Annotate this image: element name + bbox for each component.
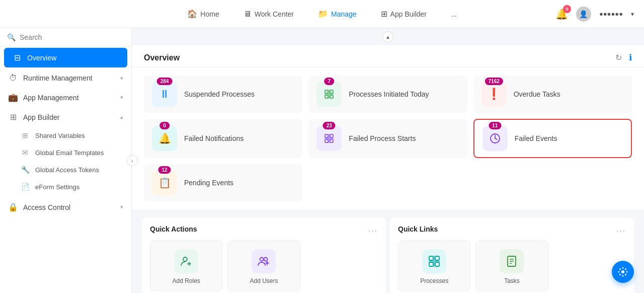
home-icon: 🏠 <box>187 9 197 19</box>
user-name: ●●●●●● <box>599 10 623 18</box>
addroles-icon <box>174 249 198 273</box>
addusers-label: Add Users <box>250 277 278 284</box>
suspended-icon: ⏸ <box>159 88 170 101</box>
sidebar-runtime-label: Runtime Management <box>23 74 115 82</box>
sidebar-item-runtime[interactable]: ⏱ Runtime Management ▾ <box>0 68 131 88</box>
svg-rect-19 <box>435 256 439 260</box>
search-input[interactable] <box>20 33 124 41</box>
overview-actions: ↻ ℹ <box>615 52 632 63</box>
top-nav: 🏠 Home 🖥 Work Center 📁 Manage ⊞ App Buil… <box>0 0 644 28</box>
nav-links: 🏠 Home 🖥 Work Center 📁 Manage ⊞ App Buil… <box>183 7 460 21</box>
quick-actions-more[interactable]: ... <box>368 225 378 234</box>
quick-actions-panel: Quick Actions ... Add Roles <box>142 217 386 293</box>
sidebar-appmanagement-label: App Management <box>23 94 115 102</box>
quick-links-header: Quick Links ... <box>398 225 626 234</box>
overview-title: Overview <box>144 53 180 62</box>
sidebar-accesscontrol-label: Access Control <box>23 203 115 211</box>
overdue-label: Overdue Tasks <box>514 90 560 98</box>
initiated-label: Processes Initiated Today <box>349 90 429 98</box>
failednotif-icon-wrap: 0 🔔 <box>152 126 177 151</box>
nav-home-label: Home <box>200 10 219 18</box>
nav-workcenter[interactable]: 🖥 Work Center <box>239 8 298 21</box>
failedstarts-svg-icon <box>324 133 335 144</box>
collapse-up-button[interactable]: ▲ <box>382 31 393 42</box>
svg-point-28 <box>621 270 624 273</box>
sidebar-sub-globalemails[interactable]: ✉ Global Email Templates <box>0 144 131 161</box>
svg-point-32 <box>626 271 628 273</box>
card-overdue[interactable]: 7162 ❗ Overdue Tasks <box>473 76 632 113</box>
failedevents-badge: 11 <box>489 122 501 129</box>
quick-actions-header: Quick Actions ... <box>150 225 378 234</box>
nav-more-label: ... <box>451 10 457 18</box>
link-processes[interactable]: Processes <box>398 241 470 291</box>
sidebar-appbuilder-label: App Builder <box>23 113 115 121</box>
cards-grid: 284 ⏸ Suspended Processes 7 <box>132 67 644 209</box>
eformsettings-icon: 📄 <box>20 183 30 191</box>
svg-rect-7 <box>330 134 333 137</box>
link-tasks[interactable]: Tasks <box>475 241 548 291</box>
svg-rect-6 <box>325 134 328 137</box>
chevron-down-icon[interactable]: ▾ <box>631 11 634 18</box>
failedstarts-badge: 23 <box>323 122 336 129</box>
svg-rect-0 <box>325 90 328 93</box>
overdue-icon: ❗ <box>487 88 501 101</box>
sidebar-item-overview[interactable]: ⊟ Overview <box>4 48 127 67</box>
action-addusers[interactable]: Add Users <box>227 241 300 291</box>
svg-point-16 <box>260 258 264 261</box>
card-failedevents[interactable]: 11 Failed Events <box>473 119 632 158</box>
refresh-icon[interactable]: ↻ <box>615 53 622 62</box>
sidebar-item-appbuilder[interactable]: ⊞ App Builder ▴ <box>0 107 131 127</box>
svg-point-30 <box>622 275 624 277</box>
action-addroles[interactable]: Add Roles <box>150 241 222 291</box>
globaltokens-label: Global Access Tokens <box>35 166 99 174</box>
fab-button[interactable] <box>612 261 634 283</box>
processes-label: Processes <box>420 277 448 284</box>
appbuilder-nav-icon: ⊞ <box>381 9 387 19</box>
nav-manage[interactable]: 📁 Manage <box>314 7 361 21</box>
sidebar-item-accesscontrol[interactable]: 🔒 Access Control ▾ <box>0 197 131 217</box>
quick-actions-cards: Add Roles Add Users <box>150 241 378 291</box>
svg-rect-18 <box>429 256 433 260</box>
suspended-label: Suspended Processes <box>184 90 255 98</box>
card-pending[interactable]: 12 📋 Pending Events <box>144 164 302 201</box>
nav-more[interactable]: ... <box>447 8 461 20</box>
globalemails-label: Global Email Templates <box>35 149 104 157</box>
card-initiated[interactable]: 7 Processes Initiated Today <box>308 76 467 113</box>
accesscontrol-icon: 🔒 <box>8 202 18 212</box>
svg-point-31 <box>618 271 620 273</box>
svg-rect-20 <box>429 262 433 266</box>
globaltokens-icon: 🔧 <box>20 166 30 174</box>
quick-links-panel: Quick Links ... <box>390 217 634 293</box>
notification-button[interactable]: 🔔 0 <box>555 8 568 20</box>
card-failednotif[interactable]: 0 🔔 Failed Notifications <box>144 119 302 158</box>
sharedvariables-icon: ⊞ <box>20 131 30 139</box>
svg-rect-2 <box>325 95 328 98</box>
sidebar-sub-globaltokens[interactable]: 🔧 Global Access Tokens <box>0 161 131 178</box>
svg-rect-3 <box>330 95 333 98</box>
card-suspended[interactable]: 284 ⏸ Suspended Processes <box>144 76 302 113</box>
svg-rect-8 <box>325 139 328 142</box>
fab-icon <box>617 266 628 277</box>
svg-rect-21 <box>435 262 439 266</box>
search-bar: 🔍 <box>0 28 131 47</box>
sidebar-sub-sharedvariables[interactable]: ⊞ Shared Variables <box>0 127 131 144</box>
quick-actions-title: Quick Actions <box>150 225 197 233</box>
content-area: ▲ Overview ↻ ℹ 284 ⏸ Suspended Processes <box>132 28 644 293</box>
failedevents-label: Failed Events <box>515 134 557 142</box>
failedstarts-label: Failed Process Starts <box>349 134 416 142</box>
svg-rect-9 <box>330 139 333 142</box>
failedevents-icon-wrap: 11 <box>482 126 508 151</box>
quick-links-more[interactable]: ... <box>616 225 626 234</box>
nav-appbuilder[interactable]: ⊞ App Builder <box>377 7 431 21</box>
svg-point-34 <box>625 274 626 275</box>
sidebar-collapse-button[interactable]: ‹ <box>127 155 138 166</box>
sharedvariables-label: Shared Variables <box>35 132 85 139</box>
sidebar-sub-eformsettings[interactable]: 📄 eForm Settings <box>0 178 131 195</box>
nav-home[interactable]: 🏠 Home <box>183 7 223 21</box>
overdue-icon-wrap: 7162 ❗ <box>481 82 507 107</box>
sidebar-item-appmanagement[interactable]: 💼 App Management ▾ <box>0 88 131 107</box>
initiated-svg-icon <box>324 89 335 100</box>
info-icon[interactable]: ℹ <box>629 52 632 63</box>
card-failedstarts[interactable]: 23 Failed Process Starts <box>308 119 467 158</box>
initiated-badge: 7 <box>325 78 335 85</box>
